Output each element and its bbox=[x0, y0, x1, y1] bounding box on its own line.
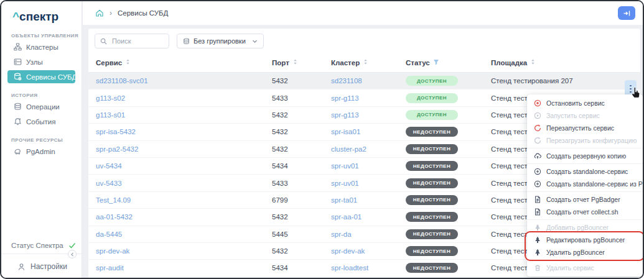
hand-cursor bbox=[628, 86, 643, 101]
port-value: 5434 bbox=[264, 264, 324, 272]
menu-item-create-backup[interactable]: Создать резервную копию bbox=[527, 150, 643, 162]
login-button[interactable] bbox=[618, 6, 635, 20]
sidebar-item-settings[interactable]: Настройки bbox=[17, 262, 67, 271]
filter-icon bbox=[433, 59, 439, 65]
operations-icon bbox=[14, 103, 22, 111]
cluster-link[interactable]: spr-g113 bbox=[331, 111, 359, 119]
search-input[interactable] bbox=[111, 37, 164, 45]
trash-icon bbox=[534, 264, 541, 272]
grouping-icon bbox=[183, 38, 190, 45]
port-value: 6799 bbox=[264, 196, 324, 204]
table-row[interactable]: sd231108-svc01 5432 sd231108 ДОСТУПЕН Ст… bbox=[88, 73, 640, 89]
status-badge: НЕДОСТУПЕН bbox=[406, 263, 458, 273]
service-link[interactable]: g113-s01 bbox=[96, 111, 125, 119]
port-value: 5432 bbox=[264, 128, 324, 135]
cluster-link[interactable]: spr-aa-01 bbox=[331, 213, 362, 221]
cluster-link[interactable]: cluster-pa2 bbox=[331, 145, 366, 153]
pgbouncer-icon bbox=[534, 224, 541, 231]
menu-item-start-service: Запустить сервис bbox=[527, 109, 643, 122]
events-icon bbox=[14, 117, 22, 126]
search-box bbox=[95, 34, 169, 48]
logo-text: спектр bbox=[19, 10, 58, 23]
menu-item-delete-service: Удалить сервис bbox=[527, 262, 643, 274]
column-header-status[interactable]: Статус bbox=[398, 59, 483, 66]
menu-item-reload-config: Перезагрузить конфигурацию bbox=[527, 134, 643, 147]
cluster-link[interactable]: spr-g113 bbox=[331, 94, 359, 102]
menu-item-delete-pgbouncer[interactable]: Удалить pgBouncer bbox=[527, 246, 643, 258]
cluster-link[interactable]: spr-da bbox=[331, 231, 352, 238]
sidebar-section-history: ИСТОРИЯ bbox=[11, 93, 82, 98]
sidebar-collapse-button[interactable] bbox=[68, 250, 77, 258]
service-link[interactable]: uv-5434 bbox=[96, 162, 122, 170]
nodes-icon bbox=[14, 58, 22, 66]
sidebar-item-clusters[interactable]: Кластеры bbox=[7, 40, 75, 53]
menu-item-stop-service[interactable]: Остановить сервис bbox=[527, 97, 643, 109]
service-link[interactable]: spr-isa-5432 bbox=[96, 128, 136, 135]
port-value: 5432 bbox=[264, 111, 324, 119]
column-header-site[interactable]: Площадка bbox=[483, 58, 613, 66]
menu-separator bbox=[527, 260, 643, 260]
menu-item-add-pgbouncer: Добавить pgBouncer bbox=[527, 221, 643, 234]
port-value: 5432 bbox=[264, 247, 324, 255]
service-link[interactable]: g113-s02 bbox=[96, 94, 125, 102]
service-link[interactable]: aa-01-5432 bbox=[96, 213, 133, 221]
column-header-port[interactable]: Порт bbox=[264, 58, 324, 66]
sidebar-item-label: Узлы bbox=[26, 58, 43, 66]
service-link[interactable]: spr-audit bbox=[96, 264, 124, 272]
sidebar-item-events[interactable]: События bbox=[7, 115, 75, 128]
site-value: Стенд тестирования 207 bbox=[483, 77, 613, 85]
sidebar-item-operations[interactable]: Операции bbox=[7, 100, 75, 113]
cluster-link[interactable]: spr-isa01 bbox=[331, 128, 360, 135]
port-value: 5445 bbox=[264, 231, 324, 238]
service-link[interactable]: Test_14.09 bbox=[96, 196, 131, 204]
cluster-link[interactable]: sd231108 bbox=[331, 77, 362, 85]
menu-item-report-collectsh[interactable]: Создать отчет collect.sh bbox=[527, 206, 643, 218]
breadcrumb-home-icon[interactable] bbox=[95, 9, 104, 17]
plus-circle-icon bbox=[534, 180, 541, 188]
menu-separator bbox=[527, 163, 643, 164]
status-badge: НЕДОСТУПЕН bbox=[406, 127, 458, 137]
status-badge: НЕДОСТУПЕН bbox=[406, 246, 458, 256]
topbar: › Сервисы СУБД bbox=[83, 1, 643, 25]
sidebar-item-nodes[interactable]: Узлы bbox=[7, 55, 75, 68]
sort-icon bbox=[292, 58, 298, 65]
document-icon bbox=[534, 196, 541, 203]
reload-icon bbox=[534, 137, 541, 144]
menu-separator bbox=[527, 191, 643, 192]
menu-item-restart-service[interactable]: Перезапустить сервис bbox=[527, 122, 643, 134]
collapse-icon bbox=[70, 252, 75, 257]
service-link[interactable]: spr-pa2-5432 bbox=[96, 145, 138, 153]
service-link[interactable]: uv-5433 bbox=[96, 180, 122, 187]
row-context-menu: Остановить сервис Запустить сервис Перез… bbox=[527, 94, 643, 277]
port-value: 5434 bbox=[264, 162, 324, 170]
port-value: 5432 bbox=[264, 213, 324, 221]
menu-item-edit-pgbouncer[interactable]: Редактировать pgBouncer bbox=[527, 234, 643, 246]
sidebar-item-label: События bbox=[26, 118, 55, 126]
menu-item-create-standalone-pitr[interactable]: Создать standalone-сервис из РК (PITR) bbox=[527, 178, 643, 190]
cluster-link[interactable]: spr-uv01 bbox=[331, 180, 359, 187]
service-link[interactable]: da-5445 bbox=[96, 231, 122, 238]
status-badge: НЕДОСТУПЕН bbox=[406, 178, 458, 188]
cluster-link[interactable]: spr-uv01 bbox=[331, 162, 359, 170]
port-value: 5432 bbox=[264, 145, 324, 153]
sort-icon bbox=[530, 58, 536, 65]
service-link[interactable]: sd231108-svc01 bbox=[96, 77, 148, 85]
spectr-status: Статус Спектра bbox=[11, 242, 76, 249]
menu-item-create-standalone[interactable]: Создать standalone-сервис bbox=[527, 165, 643, 178]
menu-item-report-pgbadger[interactable]: Создать отчет PgBadger bbox=[527, 193, 643, 206]
table-header: Сервис Порт Кластер Статус Площадка bbox=[88, 53, 640, 73]
service-link[interactable]: spr-dev-ak bbox=[96, 247, 129, 255]
column-header-cluster[interactable]: Кластер bbox=[324, 58, 398, 66]
app-window: ^спектр ОБЪЕКТЫ УПРАВЛЕНИЯ Кластеры Узлы… bbox=[0, 0, 644, 279]
login-icon bbox=[623, 9, 631, 17]
sidebar-item-db-services[interactable]: Сервисы СУБД bbox=[7, 70, 75, 83]
cluster-link[interactable]: spr-loadtest bbox=[331, 264, 368, 272]
sidebar-item-pgadmin[interactable]: PgAdmin bbox=[7, 145, 75, 158]
cluster-link[interactable]: spr-dev-ak bbox=[331, 247, 365, 255]
grouping-dropdown[interactable]: Без группировки bbox=[177, 34, 264, 48]
db-services-icon bbox=[14, 73, 22, 81]
port-value: 5433 bbox=[264, 180, 324, 187]
column-header-service[interactable]: Сервис bbox=[88, 58, 264, 66]
cluster-link[interactable]: spr-ta01 bbox=[331, 196, 357, 204]
port-value: 5432 bbox=[264, 77, 324, 85]
